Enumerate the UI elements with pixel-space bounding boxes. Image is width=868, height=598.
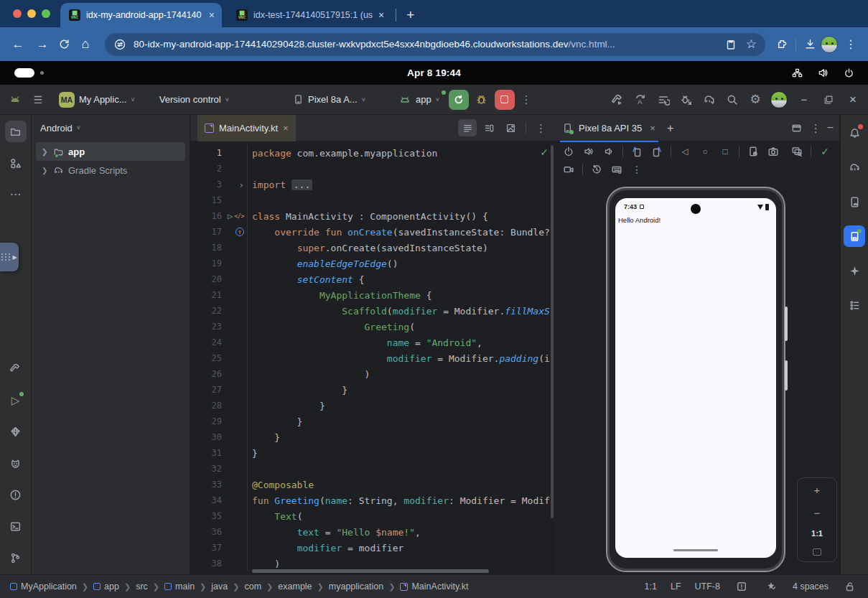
resource-manager-button[interactable] — [5, 152, 27, 174]
android-home-icon[interactable]: ○ — [696, 144, 714, 159]
volume-down-icon[interactable] — [600, 144, 617, 159]
reload-icon[interactable] — [56, 37, 72, 52]
more-tools-button[interactable]: ⋯ — [5, 184, 27, 205]
downloads-icon[interactable] — [802, 37, 818, 52]
fold-arrow-icon[interactable]: › — [238, 179, 244, 190]
desktop-clock[interactable]: Apr 8 19:44 — [0, 67, 868, 78]
project-tool-button[interactable] — [5, 121, 27, 142]
code-line[interactable]: 24 name = "Android", — [190, 335, 554, 350]
notifications-button[interactable] — [844, 122, 865, 144]
editor-options-icon[interactable]: ⋮ — [532, 123, 550, 134]
gradle-tool-button[interactable] — [844, 156, 865, 178]
run-more-icon[interactable]: ⋮ — [518, 92, 534, 108]
extensions-icon[interactable] — [774, 37, 790, 52]
settings-gear-icon[interactable]: ⚙ — [747, 92, 763, 108]
tab-close-icon[interactable]: × — [209, 9, 215, 21]
code-line[interactable]: 18 super.onCreate(savedInstanceState) — [190, 240, 554, 256]
gesture-navigation-bar[interactable] — [673, 549, 718, 551]
display-search-icon[interactable] — [788, 144, 806, 159]
inspections-ok-icon[interactable]: ✓ — [540, 146, 549, 158]
browser-tab-inactive[interactable]: ██VNC idx-test-1744140517915:1 (us × — [228, 3, 391, 27]
file-encoding[interactable]: UTF-8 — [695, 581, 720, 592]
screenshot-camera-icon[interactable] — [765, 144, 782, 159]
new-tab-button[interactable]: + — [401, 7, 420, 23]
breadcrumb-item[interactable]: app — [93, 581, 119, 592]
build-tool-button[interactable] — [5, 358, 27, 379]
close-window-light[interactable] — [13, 9, 22, 18]
bookmark-star-icon[interactable]: ☆ — [746, 38, 757, 50]
breadcrumb-item[interactable]: main — [164, 581, 195, 592]
screen-record-icon[interactable] — [560, 162, 577, 177]
code-line[interactable]: 34fun Greeting(name: String, modifier: M… — [190, 492, 554, 508]
logcat-tool-button[interactable] — [5, 452, 27, 474]
code-line[interactable]: 25 modifier = Modifier.padding(i — [190, 350, 554, 366]
tab-close-icon[interactable]: × — [650, 123, 655, 134]
home-icon[interactable]: ⌂ — [75, 37, 96, 52]
network-icon[interactable] — [789, 65, 805, 81]
code-line[interactable]: 21 MyApplicationTheme { — [190, 287, 554, 303]
ide-close-icon[interactable]: × — [844, 93, 862, 107]
project-widget[interactable]: MA My Applic... ˅ — [53, 89, 141, 111]
debug-button[interactable] — [474, 92, 490, 108]
code-line[interactable]: 22 Scaffold(modifier = Modifier.fillMaxS — [190, 303, 554, 319]
zoom-out-icon[interactable]: − — [814, 507, 821, 519]
run-tool-button[interactable]: ▷ — [5, 389, 27, 411]
code-line[interactable]: 19 enableEdgeToEdge() — [190, 256, 554, 271]
line-separator[interactable]: LF — [671, 581, 681, 592]
override-gutter-icon[interactable]: ↑ — [235, 228, 244, 236]
terminal-tool-button[interactable] — [5, 515, 27, 537]
breadcrumb-item[interactable]: src — [136, 581, 148, 592]
code-line[interactable]: 23 Greeting( — [190, 319, 554, 335]
ide-minimize-icon[interactable]: − — [795, 93, 813, 106]
device-manager-button[interactable] — [844, 191, 865, 212]
recent-run-tasks-icon[interactable] — [655, 92, 671, 108]
structure-tool-button[interactable] — [844, 294, 865, 316]
android-back-icon[interactable]: ◁ — [676, 144, 694, 159]
problems-tool-button[interactable] — [5, 484, 27, 505]
breadcrumb-item[interactable]: MyApplication — [10, 581, 77, 592]
code-line[interactable]: 15 — [190, 192, 554, 208]
back-icon[interactable]: ← — [7, 37, 29, 52]
project-tree-item-gradle-scripts[interactable]: ❯Gradle Scripts — [36, 161, 185, 179]
zoom-ratio-label[interactable]: 1:1 — [811, 529, 823, 538]
search-everywhere-icon[interactable] — [724, 92, 740, 108]
stop-button[interactable] — [495, 90, 515, 110]
code-line[interactable]: 2 — [190, 161, 554, 177]
project-tree-item-app[interactable]: ❯app — [36, 142, 185, 161]
code-line[interactable]: 37 modifier = modifier — [190, 540, 554, 556]
expand-chevron-icon[interactable]: ❯ — [42, 148, 49, 156]
power-icon[interactable] — [841, 65, 857, 81]
code-line[interactable]: 3›import ... — [190, 177, 554, 192]
build-run-icon[interactable] — [610, 92, 625, 108]
emulator-power-icon[interactable] — [560, 144, 577, 159]
volume-up-icon[interactable] — [580, 144, 597, 159]
editor-horizontal-scrollbar[interactable] — [252, 569, 489, 573]
vnc-control-handle[interactable]: ▶ — [0, 243, 19, 271]
rotate-right-icon[interactable] — [648, 144, 666, 159]
breadcrumb-item[interactable]: myapplication — [329, 581, 383, 592]
site-settings-icon[interactable] — [113, 37, 126, 52]
browser-menu-icon[interactable]: ⋮ — [841, 39, 861, 50]
code-line[interactable]: 17↑ override fun onCreate(savedInstanceS… — [190, 224, 554, 240]
split-view-button[interactable] — [480, 119, 498, 136]
hide-panel-icon[interactable]: − — [827, 122, 834, 134]
code-view-button[interactable] — [458, 119, 477, 136]
code-line[interactable]: 27 } — [190, 382, 554, 398]
code-line[interactable]: 26 ) — [190, 366, 554, 382]
add-device-tab-icon[interactable]: + — [667, 122, 674, 134]
code-line[interactable]: 35 Text( — [190, 508, 554, 524]
run-gutter-icon[interactable]: ▷ — [228, 211, 233, 221]
zoom-to-fit-icon[interactable] — [813, 548, 821, 556]
zoom-in-icon[interactable]: + — [814, 484, 821, 496]
code-line[interactable]: 31} — [190, 445, 554, 461]
attach-debugger-icon[interactable] — [678, 92, 694, 108]
editor-tab-mainactivity[interactable]: MainActivity.kt × — [197, 115, 296, 141]
browser-tab-active[interactable]: ██VNC idx-my-android-app-1744140 × — [60, 3, 222, 27]
breadcrumb-item[interactable]: MainActivity.kt — [400, 581, 468, 592]
emulator-phone-frame[interactable]: 7:43 Hello Android! — [606, 187, 785, 572]
breadcrumb-item[interactable]: java — [211, 581, 228, 592]
run-configuration[interactable]: app ˅ — [393, 89, 445, 111]
device-selector[interactable]: Pixel 8a A... ˅ — [286, 89, 371, 111]
hardware-input-icon[interactable] — [608, 162, 625, 177]
unlock-icon[interactable] — [842, 579, 858, 594]
